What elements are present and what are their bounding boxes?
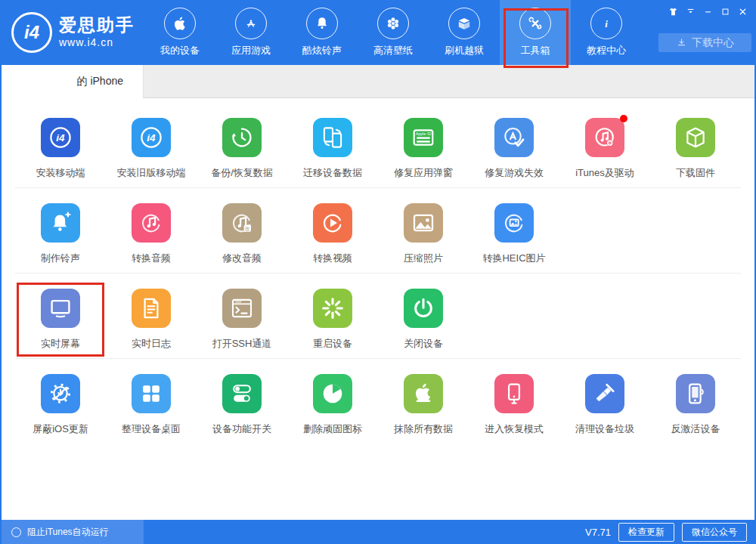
nav-item-1[interactable]: 我的设备: [144, 0, 215, 65]
nav-item-3[interactable]: 酷炫铃声: [287, 0, 358, 65]
tool-item-label: 实时屏幕: [41, 337, 80, 351]
svg-text:i: i: [605, 18, 608, 29]
tool-item[interactable]: iTunes及驱动: [559, 118, 650, 180]
nav-item-label: 工具箱: [521, 44, 550, 57]
tool-item[interactable]: 压缩照片: [378, 203, 469, 265]
apple-icon: [164, 8, 196, 39]
minimize-icon[interactable]: [702, 5, 714, 18]
tool-item[interactable]: 实时屏幕: [15, 289, 106, 351]
tab-device-iphone[interactable]: 的 iPhone: [2, 65, 144, 98]
recovery-phone-icon: [494, 374, 534, 413]
maximize-icon[interactable]: [719, 5, 732, 18]
itunes-autorun-toggle[interactable]: 阻止iTunes自动运行: [2, 520, 144, 544]
nav-item-4[interactable]: 高清壁纸: [358, 0, 429, 65]
restart-icon: [313, 289, 352, 328]
tool-item[interactable]: 屏蔽iOS更新: [15, 374, 106, 436]
tool-item[interactable]: 实时日志: [106, 289, 197, 351]
tab-device-label: 的 iPhone: [77, 75, 123, 88]
nav-item-6[interactable]: 工具箱: [500, 0, 571, 65]
tool-item-label: 设备功能开关: [212, 422, 271, 436]
skin-icon[interactable]: [667, 5, 680, 18]
check-update-button[interactable]: 检查更新: [618, 523, 674, 542]
tool-item-label: 整理设备桌面: [122, 422, 181, 436]
tool-item[interactable]: 进入恢复模式: [469, 374, 559, 436]
tool-item-label: 修复游戏失效: [485, 166, 544, 180]
nav-item-label: 刷机越狱: [445, 44, 484, 57]
tool-item[interactable]: i4安装旧版移动端: [106, 118, 197, 180]
tool-item-label: 修改音频: [222, 252, 262, 265]
tool-item-label: 压缩照片: [404, 252, 443, 265]
nav-item-label: 高清壁纸: [373, 44, 413, 57]
ssh-terminal-icon: SSH: [222, 289, 262, 328]
power-off-icon: [404, 289, 443, 328]
appleid-card-icon: Apple ID: [404, 118, 443, 157]
tab-bar: 的 iPhone: [2, 65, 754, 98]
menu-icon[interactable]: [684, 5, 697, 18]
tool-item-label: 抹除所有数据: [394, 422, 453, 436]
nav-item-label: 我的设备: [160, 44, 200, 57]
tool-row-4: 屏蔽iOS更新整理设备桌面设备功能开关删除顽固图标抹除所有数据进入恢复模式清理设…: [15, 359, 741, 444]
apple-erase-icon: [404, 374, 443, 413]
nav-item-5[interactable]: 刷机越狱: [429, 0, 500, 65]
tool-item-label: 屏蔽iOS更新: [33, 422, 88, 436]
tool-item-label: 制作铃声: [41, 252, 80, 265]
tool-item[interactable]: 删除顽固图标: [287, 374, 378, 436]
tool-item[interactable]: Apple ID修复应用弹窗: [378, 118, 469, 180]
itunes-autorun-label: 阻止iTunes自动运行: [27, 526, 109, 539]
tool-item[interactable]: 下载固件: [650, 118, 741, 180]
tool-item[interactable]: 反激活设备: [650, 374, 741, 436]
tool-item[interactable]: 转换HEIC图片: [469, 203, 559, 265]
close-icon[interactable]: [736, 5, 749, 18]
nav-item-label: 教程中心: [587, 44, 626, 57]
tool-item-label: 转换HEIC图片: [482, 252, 545, 265]
tool-item-label: iTunes及驱动: [575, 166, 634, 180]
tool-item[interactable]: 改修改音频: [197, 203, 287, 265]
tool-item-label: 转换音频: [132, 252, 171, 265]
appstore-icon: [235, 8, 267, 39]
download-center-label: 下载中心: [692, 36, 734, 50]
tool-item-label: 进入恢复模式: [485, 422, 544, 436]
tool-item[interactable]: 修复游戏失效: [469, 118, 559, 180]
nav-item-2[interactable]: 应用游戏: [215, 0, 287, 65]
desktop-grid-icon: [132, 374, 171, 413]
tool-item[interactable]: 整理设备桌面: [106, 374, 197, 436]
download-center-button[interactable]: 下载中心: [658, 33, 751, 52]
tool-item-label: 实时日志: [132, 337, 171, 351]
toolbox-content: i4安装移动端i4安装旧版移动端备份/恢复数据迁移设备数据Apple ID修复应…: [2, 98, 754, 520]
tool-item-label: 安装移动端: [36, 166, 85, 180]
tool-item[interactable]: 迁移设备数据: [287, 118, 378, 180]
tool-item-label: 下载固件: [676, 166, 715, 180]
nav-item-7[interactable]: i教程中心: [571, 0, 642, 65]
tool-item[interactable]: SSH打开SSH通道: [197, 289, 287, 351]
window-controls: [667, 5, 749, 18]
tool-item[interactable]: i4安装移动端: [15, 118, 106, 180]
svg-text:i4: i4: [56, 132, 65, 144]
tool-item[interactable]: 制作铃声: [15, 203, 106, 265]
svg-text:改: 改: [245, 226, 250, 232]
toolbox-icon: [519, 8, 551, 39]
nav-item-label: 应用游戏: [231, 44, 271, 57]
wechat-official-button[interactable]: 微信公众号: [682, 523, 747, 542]
tool-item-label: 安装旧版移动端: [117, 166, 186, 180]
svg-text:Apple ID: Apple ID: [416, 131, 432, 136]
tool-item[interactable]: 转换音频: [106, 203, 197, 265]
tool-row-3: 实时屏幕实时日志SSH打开SSH通道重启设备关闭设备: [15, 274, 741, 359]
tools-grid: i4安装移动端i4安装旧版移动端备份/恢复数据迁移设备数据Apple ID修复应…: [2, 98, 754, 444]
tool-item[interactable]: 清理设备垃圾: [559, 374, 650, 436]
tool-item[interactable]: 转换视频: [287, 203, 378, 265]
tool-item[interactable]: 设备功能开关: [197, 374, 287, 436]
audio-note-icon: [132, 203, 171, 243]
audio-edit-icon: 改: [222, 203, 262, 243]
svg-text:i4: i4: [147, 132, 156, 144]
tool-item[interactable]: 抹除所有数据: [378, 374, 469, 436]
tool-item[interactable]: 备份/恢复数据: [197, 118, 287, 180]
app-url: www.i4.cn: [59, 37, 135, 48]
tool-item-label: 删除顽固图标: [303, 422, 362, 436]
i4-logo-icon: i4: [132, 118, 171, 157]
app-title: 爱思助手: [59, 16, 135, 35]
app-logo: i4 爱思助手 www.i4.cn: [2, 0, 144, 65]
tool-item[interactable]: 重启设备: [287, 289, 378, 351]
tool-item[interactable]: 关闭设备: [378, 289, 469, 351]
video-play-icon: [313, 203, 352, 243]
footer: 阻止iTunes自动运行 V7.71 检查更新 微信公众号: [2, 520, 754, 544]
